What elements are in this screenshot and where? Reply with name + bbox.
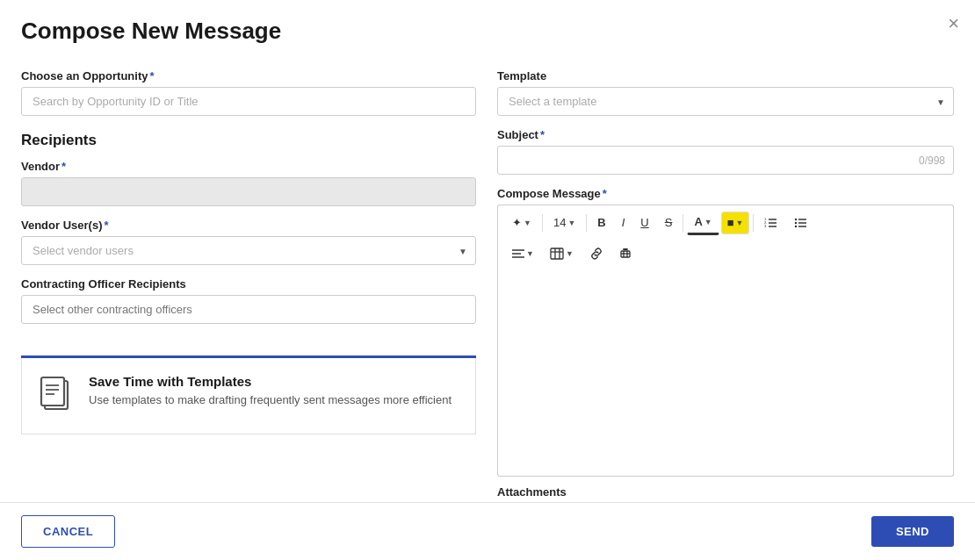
toolbar-divider-3	[682, 214, 683, 232]
template-label: Template	[497, 69, 954, 83]
close-button[interactable]: ×	[948, 14, 959, 33]
bold-button[interactable]: B	[590, 212, 612, 234]
modal-title: Compose New Message	[21, 18, 954, 45]
right-column: Template Select a template ▼ Subject*	[497, 69, 954, 502]
svg-rect-20	[551, 248, 563, 259]
vendor-label: Vendor*	[21, 160, 476, 173]
subject-wrapper: 0/998	[497, 146, 954, 175]
table-button[interactable]: ▼	[543, 244, 581, 263]
left-column: Choose an Opportunity* Recipients Vendor…	[21, 69, 476, 502]
template-banner: Save Time with Templates Use templates t…	[21, 358, 476, 434]
table-dropdown-icon: ▼	[566, 248, 574, 260]
attachments-label: Attachments	[497, 485, 954, 499]
editor-toolbar-row2: ▼ ▼	[497, 241, 954, 267]
template-banner-text: Save Time with Templates Use templates t…	[89, 374, 451, 408]
svg-point-16	[795, 226, 797, 227]
modal-footer: CANCEL SEND	[0, 502, 975, 560]
subject-field-group: Subject* 0/998	[497, 128, 954, 175]
opportunity-label: Choose an Opportunity*	[21, 69, 476, 83]
svg-rect-1	[41, 377, 64, 406]
clear-format-button[interactable]	[612, 244, 640, 263]
template-icon	[40, 376, 73, 418]
subject-input[interactable]	[497, 146, 954, 175]
vendor-field-group: Vendor*	[21, 160, 476, 206]
editor-toolbar-row1: ✦ ▼ 14 ▼ B I U	[497, 205, 954, 241]
unordered-list-button[interactable]	[787, 213, 815, 233]
compose-message-modal: Compose New Message × Choose an Opportun…	[0, 0, 975, 560]
recipients-title: Recipients	[21, 132, 476, 149]
align-button[interactable]: ▼	[505, 245, 541, 263]
underline-button[interactable]: U	[633, 212, 655, 234]
modal-body: Choose an Opportunity* Recipients Vendor…	[0, 55, 975, 502]
toolbar-divider-1	[542, 214, 543, 232]
send-button[interactable]: SEND	[871, 516, 954, 547]
link-button[interactable]	[582, 244, 610, 263]
ordered-list-button[interactable]: 1.2.3.	[757, 213, 785, 233]
compose-message-section: Compose Message* ✦ ▼ 14 ▼	[497, 187, 954, 502]
font-size-button[interactable]: 14 ▼	[546, 212, 582, 234]
cancel-button[interactable]: CANCEL	[21, 515, 115, 548]
vendor-input[interactable]	[21, 177, 476, 206]
contracting-input[interactable]	[21, 295, 476, 324]
compose-label: Compose Message*	[497, 187, 954, 200]
svg-text:3.: 3.	[764, 224, 767, 228]
font-size-dropdown-icon: ▼	[567, 218, 575, 229]
modal-header: Compose New Message ×	[0, 0, 975, 55]
italic-button[interactable]: I	[615, 212, 632, 234]
vendor-users-field-group: Vendor User(s)* Select vendor users ▼	[21, 219, 476, 265]
right-col-inner: Template Select a template ▼ Subject*	[497, 69, 954, 502]
vendor-users-label: Vendor User(s)*	[21, 219, 476, 232]
template-select[interactable]: Select a template	[497, 87, 954, 116]
subject-label: Subject*	[497, 128, 954, 141]
template-field-group: Template Select a template ▼	[497, 69, 954, 116]
template-banner-title: Save Time with Templates	[89, 374, 451, 389]
contracting-field-group: Contracting Officer Recipients	[21, 277, 476, 324]
font-color-button[interactable]: A ▼	[687, 211, 719, 235]
strikethrough-button[interactable]: S	[658, 212, 680, 234]
vendor-users-select[interactable]: Select vendor users	[21, 236, 476, 265]
highlight-button[interactable]: ■ ▼	[721, 212, 750, 234]
font-color-dropdown-icon: ▼	[704, 217, 712, 228]
toolbar-divider-2	[586, 214, 587, 232]
svg-point-14	[795, 219, 797, 220]
opportunity-search-input[interactable]	[21, 87, 476, 116]
opportunity-field-group: Choose an Opportunity*	[21, 69, 476, 116]
template-select-wrapper: Select a template ▼	[497, 87, 954, 116]
magic-button[interactable]: ✦ ▼	[505, 212, 538, 234]
svg-point-15	[795, 222, 797, 224]
toolbar-divider-4	[753, 214, 754, 232]
align-dropdown-icon: ▼	[526, 248, 534, 260]
recipients-section: Recipients Vendor* Vendor User(s)* S	[21, 128, 476, 336]
template-banner-desc: Use templates to make drafting frequentl…	[89, 392, 451, 408]
vendor-users-select-wrapper: Select vendor users ▼	[21, 236, 476, 265]
contracting-label: Contracting Officer Recipients	[21, 277, 476, 291]
highlight-dropdown-icon: ▼	[736, 218, 744, 229]
message-editor-area[interactable]	[497, 267, 954, 477]
